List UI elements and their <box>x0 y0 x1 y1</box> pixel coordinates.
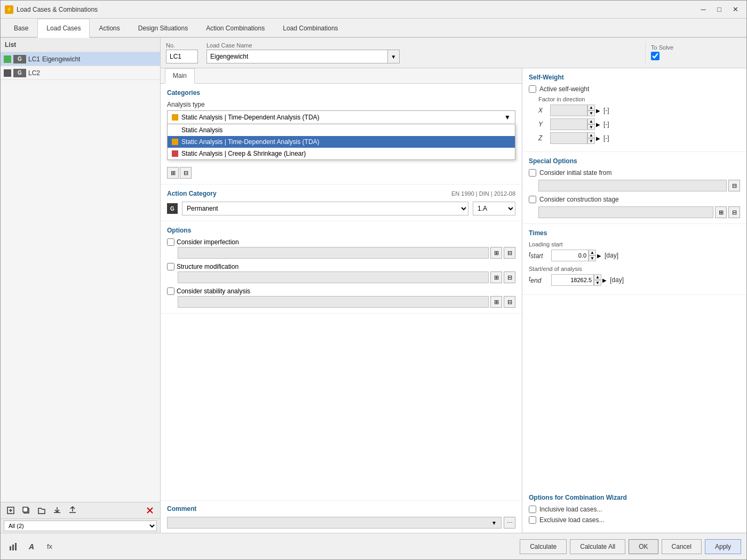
list-item[interactable]: G LC1 Eigengewicht <box>1 52 160 66</box>
name-input[interactable] <box>206 50 388 63</box>
action-category-title: Action Category <box>167 190 451 197</box>
comment-edit-btn[interactable]: ⋯ <box>504 517 515 529</box>
en-standard-label: EN 1990 | DIN | 2012-08 <box>451 190 515 197</box>
imperfection-label: Consider imperfection <box>177 238 239 246</box>
chart-icon-button[interactable] <box>6 539 21 554</box>
special-options-section: Special Options Consider initial state f… <box>522 152 746 224</box>
initial-state-btn[interactable]: ⊟ <box>728 180 740 191</box>
active-self-weight-checkbox[interactable] <box>529 85 536 93</box>
new-item-button[interactable] <box>4 505 18 516</box>
sub-category-select[interactable]: 1.A 1.B 2.A <box>473 202 515 215</box>
dropdown-item-static[interactable]: Static Analysis <box>168 124 515 136</box>
stability-field <box>178 296 489 308</box>
inclusive-checkbox[interactable] <box>529 506 536 513</box>
z-spinner-btns: ▲ ▼ <box>587 132 595 144</box>
x-spin-down[interactable]: ▼ <box>587 110 595 116</box>
to-solve-checkbox[interactable] <box>651 52 659 60</box>
calculate-button[interactable]: Calculate <box>520 539 567 554</box>
z-spin-down[interactable]: ▼ <box>587 138 595 144</box>
x-unit: [-] <box>603 107 609 114</box>
category-select[interactable]: Permanent Variable Accidental <box>182 202 468 215</box>
maximize-button[interactable]: □ <box>712 4 726 15</box>
bottom-bar: A fx Calculate Calculate All OK Cancel A… <box>1 533 746 559</box>
ok-button[interactable]: OK <box>629 539 658 554</box>
calculate-all-button[interactable]: Calculate All <box>570 539 625 554</box>
to-solve-label: To Solve <box>651 44 736 51</box>
construction-stage-checkbox[interactable] <box>529 196 536 203</box>
analysis-type-select[interactable]: Static Analysis | Time-Dependent Analysi… <box>167 110 515 124</box>
comment-dropdown-btn[interactable]: ▼ <box>489 518 499 527</box>
name-dropdown-button[interactable]: ▼ <box>388 50 400 63</box>
delete-button[interactable] <box>143 505 157 516</box>
t-start-input[interactable] <box>551 250 589 261</box>
dropdown-item-tda[interactable]: Static Analysis | Time-Dependent Analysi… <box>168 136 515 148</box>
z-spin-up[interactable]: ▲ <box>587 132 595 138</box>
filter-select[interactable]: All (2) Active Inactive <box>4 521 157 531</box>
t-end-up[interactable]: ▲ <box>594 274 601 280</box>
y-arrow-btn[interactable]: ▶ <box>596 122 600 127</box>
sub-tab-main[interactable]: Main <box>165 68 195 84</box>
import-button[interactable] <box>50 505 64 516</box>
initial-state-checkbox[interactable] <box>529 169 536 177</box>
number-input[interactable] <box>166 50 198 63</box>
cancel-button[interactable]: Cancel <box>662 539 702 554</box>
t-start-up[interactable]: ▲ <box>589 250 596 255</box>
dropdown-label-creep: Static Analysis | Creep & Shrinkage (Lin… <box>181 150 306 157</box>
z-spinner: ▲ ▼ ▶ <box>550 132 600 144</box>
y-spin-down[interactable]: ▼ <box>587 124 595 130</box>
imperfection-table-btn2[interactable]: ⊟ <box>504 247 515 259</box>
imperfection-checkbox[interactable] <box>167 238 174 246</box>
analysis-table2-button[interactable]: ⊟ <box>180 167 192 179</box>
structure-mod-row: Structure modification <box>167 263 515 270</box>
t-end-down[interactable]: ▼ <box>594 280 601 286</box>
t-start-down[interactable]: ▼ <box>589 255 596 261</box>
stability-table-btn2[interactable]: ⊟ <box>504 296 515 308</box>
structure-mod-table-btn1[interactable]: ⊞ <box>490 271 502 283</box>
structure-mod-table-btn2[interactable]: ⊟ <box>504 271 515 283</box>
y-spin-up[interactable]: ▲ <box>587 118 595 124</box>
tab-load-cases[interactable]: Load Cases <box>37 19 90 38</box>
initial-state-field <box>538 180 727 191</box>
structure-mod-checkbox[interactable] <box>167 263 174 270</box>
stability-checkbox[interactable] <box>167 287 174 295</box>
x-arrow-btn[interactable]: ▶ <box>596 108 600 114</box>
x-input[interactable] <box>550 105 587 116</box>
t-end-input[interactable] <box>551 274 594 286</box>
formula-icon-button[interactable]: fx <box>42 539 57 554</box>
option-imperfection-row: Consider imperfection <box>167 238 515 246</box>
y-input[interactable] <box>550 118 587 130</box>
list-item[interactable]: G LC2 <box>1 66 160 80</box>
form-panel: Main Categories Analysis type Static Ana… <box>161 68 522 533</box>
construction-stage-btn2[interactable]: ⊟ <box>728 206 740 218</box>
item-color-lc2 <box>4 69 11 77</box>
x-spin-up[interactable]: ▲ <box>587 105 595 110</box>
close-button[interactable]: ✕ <box>728 4 742 15</box>
tab-base[interactable]: Base <box>5 19 37 37</box>
dropdown-color-tda <box>172 139 178 145</box>
tab-design-situations[interactable]: Design Situations <box>129 19 197 37</box>
z-arrow-btn[interactable]: ▶ <box>596 135 600 141</box>
comment-title: Comment <box>167 505 515 513</box>
apply-button[interactable]: Apply <box>705 539 741 554</box>
dropdown-item-creep[interactable]: Static Analysis | Creep & Shrinkage (Lin… <box>168 148 515 159</box>
construction-stage-field <box>538 206 713 218</box>
open-button[interactable] <box>35 505 49 516</box>
minimize-button[interactable]: ─ <box>696 4 710 15</box>
dropdown-label-tda: Static Analysis | Time-Dependent Analysi… <box>181 138 320 146</box>
tab-action-combinations[interactable]: Action Combinations <box>197 19 274 37</box>
t-end-arrow[interactable]: ▶ <box>602 277 607 283</box>
stability-table-btn1[interactable]: ⊞ <box>490 296 502 308</box>
text-icon-button[interactable]: A <box>24 539 39 554</box>
duplicate-button[interactable] <box>19 505 33 516</box>
tab-load-combinations[interactable]: Load Combinations <box>274 19 347 37</box>
analysis-table1-button[interactable]: ⊞ <box>167 167 179 179</box>
export-button[interactable] <box>66 505 80 516</box>
imperfection-table-btn1[interactable]: ⊞ <box>490 247 502 259</box>
factor-z-row: Z ▲ ▼ ▶ [-] <box>538 132 740 144</box>
initial-state-label: Consider initial state from <box>539 169 611 177</box>
t-start-arrow[interactable]: ▶ <box>597 253 601 259</box>
z-input[interactable] <box>550 132 587 144</box>
construction-stage-btn1[interactable]: ⊞ <box>715 206 727 218</box>
tab-actions[interactable]: Actions <box>90 19 129 37</box>
exclusive-checkbox[interactable] <box>529 516 536 524</box>
